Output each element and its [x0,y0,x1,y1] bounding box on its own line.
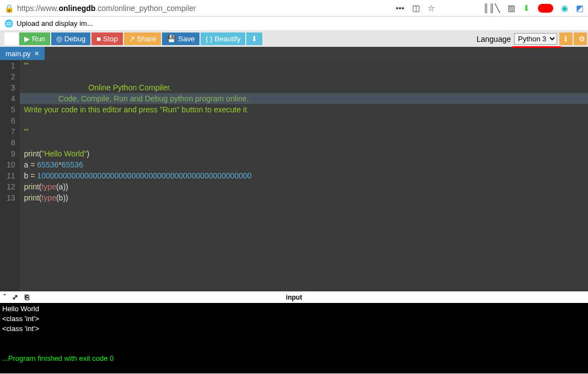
target-icon: ◎ [56,35,62,43]
save-label: Save [178,35,195,43]
code-line[interactable]: Write your code in this editor and press… [24,104,588,115]
beautify-button[interactable]: { } Beautify [201,32,245,45]
language-select[interactable]: Python 3 [514,33,557,45]
code-line[interactable]: Online Python Compiler. [24,82,588,93]
chevron-down-icon[interactable]: ˇ [3,293,6,301]
code-line[interactable] [24,115,588,126]
download-arrow-icon[interactable]: ⬇ [523,3,530,13]
tab-filename: main.py [6,50,31,58]
close-icon[interactable]: ✕ [34,50,39,57]
info-button[interactable]: ℹ [559,32,573,45]
line-number: 1 [7,60,15,71]
browser-tab-strip: 🌐 Upload and display im... [0,17,588,31]
favtab-label[interactable]: Upload and display im... [17,19,93,28]
url-display[interactable]: https://www.onlinegdb.com/online_python_… [17,4,392,13]
share-icon: ↗ [129,35,135,43]
line-number: 5 [7,104,15,115]
line-number: 11 [7,170,15,181]
line-number: 8 [7,137,15,148]
share-label: Share [137,35,157,43]
extension-icon-1[interactable]: ◉ [561,3,568,13]
info-icon: ℹ [564,35,567,43]
line-number: 3 [7,82,15,93]
stop-label: Stop [103,35,118,43]
debug-label: Debug [64,35,85,43]
code-line[interactable]: print(type(b)) [24,192,588,203]
line-number: 2 [7,71,15,82]
extension-icon-2[interactable]: ◩ [576,3,584,13]
line-number: 4 [7,93,15,104]
settings-button[interactable]: ⚙ [574,32,587,45]
browser-address-bar: 🔒 https://www.onlinegdb.com/online_pytho… [0,0,588,17]
url-prefix: https://www. [17,4,58,13]
bookmark-star-icon[interactable]: ☆ [428,3,435,13]
line-number: 7 [7,126,15,137]
file-tabs-bar: main.py ✕ [0,47,588,60]
debug-button[interactable]: ◎ Debug [51,32,90,45]
url-domain: onlinegdb [58,4,95,13]
red-scribble-annotation [538,4,553,13]
ide-toolbar: ▮ ▶ Run ◎ Debug ■ Stop ↗ Share 💾 Save { … [0,31,588,47]
code-line[interactable]: print("Hello World") [24,148,588,159]
console-toolbar: ˇ ⤢ ⎘ input [0,291,588,303]
url-suffix: .com/online_python_compiler [95,4,196,13]
library-icon[interactable]: ║║╲ [483,3,500,13]
address-bar-actions: ••• ◫ ☆ ║║╲ ▥ ⬇ ◉ ◩ [396,3,584,13]
code-line[interactable] [24,71,588,82]
code-line[interactable]: ''' [24,126,588,137]
download-icon: ⬇ [251,35,257,43]
console-input-tab[interactable]: input [286,294,302,301]
expand-icon[interactable]: ⤢ [12,293,18,301]
globe-icon: 🌐 [4,19,13,28]
gear-icon: ⚙ [579,35,585,43]
download-button[interactable]: ⬇ [246,32,262,45]
console-line: <class 'int'> [2,324,586,334]
line-number-gutter: 12345678910111213 [0,60,20,291]
file-tab-main[interactable]: main.py ✕ [0,47,45,60]
code-line[interactable] [24,137,588,148]
code-line[interactable]: a = 65536*65536 [24,159,588,170]
play-icon: ▶ [24,35,30,43]
line-number: 12 [7,181,15,192]
file-icon: ▮ [9,35,13,43]
stop-icon: ■ [96,35,101,43]
lock-icon: 🔒 [4,4,14,13]
stop-button[interactable]: ■ Stop [91,32,123,45]
run-button[interactable]: ▶ Run [19,32,50,45]
braces-icon: { } [206,35,212,43]
save-button[interactable]: 💾 Save [162,32,199,45]
beautify-label: Beautify [214,35,240,43]
code-area[interactable]: ''' Online Python Compiler. Code, Compil… [20,60,588,291]
console-line: Hello World [2,304,586,314]
code-line[interactable]: print(type(a)) [24,181,588,192]
sidebar-icon[interactable]: ▥ [508,3,515,13]
line-number: 13 [7,192,15,203]
line-number: 9 [7,148,15,159]
share-button[interactable]: ↗ Share [124,32,161,45]
console-line: <class 'int'> [2,314,586,324]
more-icon[interactable]: ••• [396,3,404,13]
console-line [2,344,586,354]
console-line [2,334,586,344]
code-line[interactable]: b = 100000000000000000000000000000000000… [24,170,588,181]
line-number: 6 [7,115,15,126]
disk-icon: 💾 [167,35,176,43]
code-editor[interactable]: 12345678910111213 ''' Online Python Comp… [0,60,588,291]
reader-icon[interactable]: ◫ [412,3,420,13]
new-file-button[interactable]: ▮ [4,32,18,45]
code-line[interactable]: Code, Compile, Run and Debug python prog… [24,93,588,104]
console-line: ...Program finished with exit code 0 [2,354,586,364]
line-number: 10 [7,159,15,170]
code-line[interactable]: ''' [24,60,588,71]
run-label: Run [32,35,45,43]
copy-icon[interactable]: ⎘ [25,293,29,301]
language-label: Language [477,35,511,44]
console-output: Hello World<class 'int'><class 'int'> ..… [0,303,588,373]
